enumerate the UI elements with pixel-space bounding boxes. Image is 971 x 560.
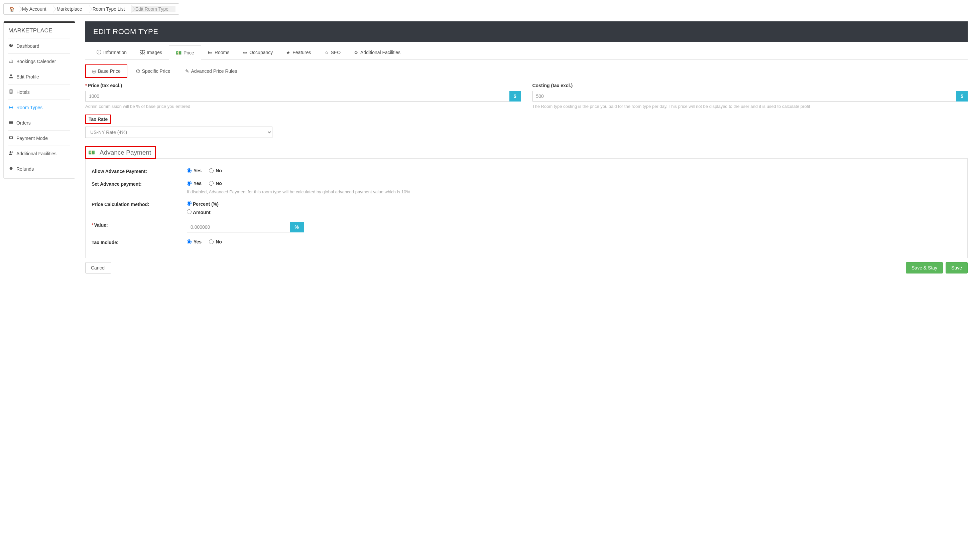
undo-icon — [8, 166, 14, 172]
money-icon: 💵 — [88, 149, 95, 156]
costing-label: Costing (tax excl.) — [533, 83, 573, 88]
sidebar-item-bookings[interactable]: Bookings Calender — [8, 53, 70, 69]
sidebar-item-edit-profile[interactable]: Edit Profile — [8, 69, 70, 84]
dashboard-icon — [8, 43, 14, 49]
info-icon: ⓘ — [97, 49, 101, 55]
set-advance-yes[interactable]: Yes — [187, 181, 202, 186]
breadcrumb-current: Edit Room Type — [132, 6, 175, 12]
costing-input[interactable] — [533, 91, 957, 102]
tab-seo[interactable]: ☆SEO — [318, 45, 348, 60]
price-input[interactable] — [85, 91, 510, 102]
main-content: EDIT ROOM TYPE ⓘInformation 🖼Images 💵Pri… — [85, 22, 968, 273]
tab-additional-facilities[interactable]: ⚙Additional Facilities — [347, 45, 407, 60]
allow-advance-no[interactable]: No — [209, 168, 222, 173]
bed-icon: 🛏 — [243, 50, 247, 55]
tab-images[interactable]: 🖼Images — [134, 45, 169, 60]
image-icon: 🖼 — [140, 50, 145, 55]
star-outline-icon: ☆ — [324, 50, 329, 55]
calc-method-label: Price Calculation method: — [92, 201, 187, 207]
tags-icon: ⌬ — [136, 68, 140, 74]
costing-field-group: Costing (tax excl.) $ The Room type cost… — [533, 83, 968, 110]
required-marker: * — [85, 83, 87, 88]
breadcrumb-room-type-list[interactable]: Room Type List — [89, 6, 132, 12]
sidebar-item-refunds[interactable]: Refunds — [8, 161, 70, 176]
subtabs: ◎Base Price ⌬Specific Price ✎Advanced Pr… — [85, 61, 968, 78]
sidebar-item-label: Dashboard — [17, 43, 39, 49]
breadcrumb-marketplace[interactable]: Marketplace — [53, 6, 89, 12]
sidebar-item-label: Additional Facilities — [17, 151, 57, 156]
bed-icon — [8, 105, 14, 110]
sidebar-item-label: Orders — [17, 120, 31, 125]
price-field-group: *Price (tax excl.) $ Admin commission wi… — [85, 83, 521, 110]
money-icon — [8, 135, 14, 141]
tab-features[interactable]: ★Features — [279, 45, 318, 60]
bed-icon: 🛏 — [208, 50, 212, 55]
subtab-base-price[interactable]: ◎Base Price — [85, 65, 127, 78]
user-icon — [8, 74, 14, 80]
home-icon: 🏠 — [9, 6, 15, 12]
price-hint: Admin commission will be % of base price… — [85, 103, 521, 110]
tab-information[interactable]: ⓘInformation — [90, 45, 134, 60]
advance-payment-title: Advance Payment — [100, 149, 151, 156]
calc-percent[interactable]: Percent (%) — [187, 201, 961, 207]
star-icon: ★ — [286, 50, 291, 55]
calc-amount[interactable]: Amount — [187, 209, 961, 215]
gear-icon: ⚙ — [354, 50, 358, 55]
page-title: EDIT ROOM TYPE — [85, 22, 968, 42]
set-advance-no[interactable]: No — [209, 181, 222, 186]
sidebar-item-label: Edit Profile — [17, 74, 39, 80]
costing-hint: The Room type costing is the price you p… — [533, 103, 968, 110]
sidebar: MARKETPLACE Dashboard Bookings Calender … — [3, 22, 75, 178]
tab-rooms[interactable]: 🛏Rooms — [201, 45, 236, 60]
save-button[interactable]: Save — [946, 262, 968, 273]
allow-advance-yes[interactable]: Yes — [187, 168, 202, 173]
money-icon: 💵 — [176, 50, 182, 55]
card-icon — [8, 120, 14, 125]
sidebar-item-label: Refunds — [17, 166, 34, 172]
tab-price[interactable]: 💵Price — [169, 45, 201, 60]
subtab-specific-price[interactable]: ⌬Specific Price — [130, 65, 177, 78]
sidebar-item-label: Bookings Calender — [17, 59, 56, 64]
tax-include-label: Tax Include: — [92, 239, 187, 245]
currency-addon: $ — [510, 91, 521, 102]
sidebar-item-payment-mode[interactable]: Payment Mode — [8, 130, 70, 146]
cancel-button[interactable]: Cancel — [85, 262, 111, 273]
sidebar-item-room-types[interactable]: Room Types — [8, 100, 70, 115]
sidebar-item-additional-facilities[interactable]: Additional Facilities — [8, 146, 70, 161]
building-icon — [8, 89, 14, 95]
subtab-advanced-price-rules[interactable]: ✎Advanced Price Rules — [179, 65, 243, 78]
sidebar-item-label: Hotels — [17, 90, 30, 95]
sidebar-item-orders[interactable]: Orders — [8, 115, 70, 130]
tax-include-yes[interactable]: Yes — [187, 239, 202, 245]
save-stay-button[interactable]: Save & Stay — [906, 262, 943, 273]
allow-advance-label: Allow Advance Payment: — [92, 168, 187, 174]
sidebar-item-label: Room Types — [17, 105, 42, 110]
sidebar-item-dashboard[interactable]: Dashboard — [8, 38, 70, 53]
wand-icon: ✎ — [185, 68, 189, 74]
target-icon: ◎ — [92, 68, 96, 74]
sidebar-item-label: Payment Mode — [17, 135, 48, 141]
set-advance-label: Set Advance payment: — [92, 181, 187, 187]
price-label: Price (tax excl.) — [88, 83, 122, 88]
currency-addon: $ — [956, 91, 968, 102]
tab-occupancy[interactable]: 🛏Occupancy — [236, 45, 279, 60]
breadcrumb-home[interactable]: 🏠 — [7, 6, 19, 12]
breadcrumb: 🏠 My Account Marketplace Room Type List … — [3, 3, 179, 15]
set-advance-hint: If disabled, Advanced Payment for this r… — [187, 189, 961, 194]
chart-icon — [8, 58, 14, 64]
user-plus-icon — [8, 151, 14, 156]
breadcrumb-my-account[interactable]: My Account — [19, 6, 53, 12]
sidebar-item-hotels[interactable]: Hotels — [8, 84, 70, 100]
value-label: Value: — [94, 222, 108, 228]
value-input[interactable] — [187, 222, 290, 232]
tax-include-no[interactable]: No — [209, 239, 222, 245]
required-marker: * — [92, 222, 93, 228]
tax-rate-label: Tax Rate — [89, 117, 108, 122]
value-unit-addon: % — [290, 222, 304, 232]
advance-payment-panel: Allow Advance Payment: Yes No Set Advanc… — [85, 158, 968, 258]
tax-rate-select[interactable]: US-NY Rate (4%) — [85, 127, 272, 138]
sidebar-title: MARKETPLACE — [8, 27, 70, 38]
tabs: ⓘInformation 🖼Images 💵Price 🛏Rooms 🛏Occu… — [85, 45, 968, 60]
